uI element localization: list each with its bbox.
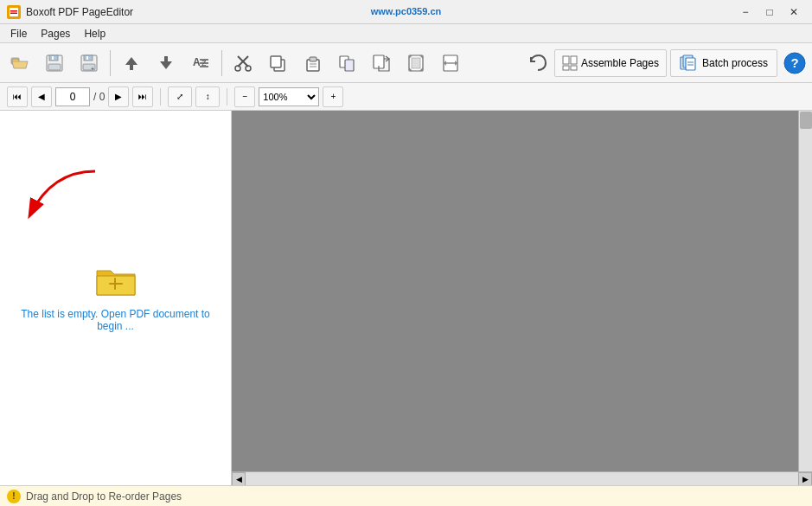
close-button[interactable]: ✕: [783, 3, 805, 22]
horizontal-scrollbar[interactable]: ◀ ▶: [232, 471, 812, 485]
app-title: Boxoft PDF PageEditor: [26, 6, 734, 18]
svg-rect-7: [52, 56, 54, 60]
fit-page-nav-button[interactable]: ⤢: [168, 86, 192, 107]
svg-marker-15: [160, 61, 172, 69]
assemble-pages-button[interactable]: Assemble Pages: [554, 49, 667, 77]
help-icon: ?: [783, 52, 806, 74]
status-warning-icon: !: [7, 490, 21, 503]
help-button[interactable]: ?: [781, 49, 809, 77]
svg-rect-52: [114, 278, 116, 290]
page-number-input[interactable]: [55, 87, 90, 106]
last-page-button[interactable]: ⏭: [132, 86, 153, 107]
main-area: The list is empty. Open PDF document to …: [0, 111, 812, 485]
extract-button[interactable]: [365, 47, 398, 80]
fit-page-button[interactable]: [400, 47, 432, 80]
svg-rect-36: [412, 58, 420, 68]
menu-bar: File Pages Help: [0, 24, 812, 43]
fit-width-button[interactable]: [434, 47, 467, 80]
copy-button[interactable]: [261, 47, 294, 80]
toolbar-right: Assemble Pages Batch process ?: [523, 49, 809, 77]
maximize-button[interactable]: □: [758, 3, 781, 22]
window-controls: − □ ✕: [734, 3, 805, 22]
svg-text:+: +: [91, 66, 94, 72]
undo-button[interactable]: [523, 49, 551, 77]
vertical-scrollbar[interactable]: [798, 111, 812, 471]
toolbar: + A Z: [0, 43, 812, 83]
cut-button[interactable]: [227, 47, 259, 80]
assemble-pages-label: Assemble Pages: [581, 57, 659, 69]
svg-rect-27: [271, 56, 281, 67]
batch-icon: [680, 54, 697, 72]
menu-pages[interactable]: Pages: [34, 26, 77, 42]
nav-separator-1: [160, 88, 161, 106]
scroll-right-button[interactable]: ▶: [798, 472, 812, 486]
svg-rect-42: [571, 66, 577, 70]
svg-rect-6: [48, 64, 61, 70]
menu-help[interactable]: Help: [77, 26, 112, 42]
zoom-select[interactable]: 50% 75% 100% 125% 150%: [259, 87, 319, 106]
svg-rect-39: [563, 56, 569, 64]
status-bar: ! Drag and Drop to Re-order Pages: [0, 485, 812, 506]
fit-height-nav-button[interactable]: ↕: [195, 86, 220, 107]
move-down-button[interactable]: [150, 47, 182, 80]
prev-page-button[interactable]: ◀: [31, 86, 52, 107]
pdf-view-area: ◀ ▶: [232, 111, 812, 485]
move-up-button[interactable]: [115, 47, 148, 80]
first-page-button[interactable]: ⏮: [7, 86, 28, 107]
svg-rect-1: [10, 10, 17, 12]
svg-rect-11: [86, 56, 88, 60]
app-icon: [7, 5, 21, 19]
svg-text:A: A: [193, 56, 201, 68]
empty-state-text: The list is empty. Open PDF document to …: [0, 308, 231, 332]
nav-bar: ⏮ ◀ / 0 ▶ ⏭ ⤢ ↕ − 50% 75% 100% 125% 150%…: [0, 83, 812, 111]
scroll-left-button[interactable]: ◀: [232, 472, 246, 486]
empty-folder-icon: [95, 264, 137, 301]
svg-rect-33: [345, 60, 354, 71]
minimize-button[interactable]: −: [734, 3, 757, 22]
svg-rect-14: [130, 65, 133, 70]
title-bar: Boxoft PDF PageEditor www.pc0359.cn − □ …: [0, 0, 812, 24]
next-page-button[interactable]: ▶: [108, 86, 129, 107]
scrollbar-thumb-vertical[interactable]: [800, 112, 812, 129]
save-as-button[interactable]: +: [73, 47, 105, 80]
zoom-out-button[interactable]: −: [234, 86, 255, 107]
left-panel: The list is empty. Open PDF document to …: [0, 111, 232, 485]
svg-text:?: ?: [790, 55, 798, 70]
svg-rect-45: [686, 58, 695, 70]
toolbar-separator-1: [110, 50, 111, 76]
svg-rect-16: [164, 56, 168, 61]
arrow-indicator: [26, 163, 112, 234]
assemble-icon: [562, 55, 578, 71]
svg-marker-13: [125, 57, 137, 65]
total-pages: / 0: [93, 91, 105, 103]
svg-rect-41: [563, 66, 569, 70]
batch-process-button[interactable]: Batch process: [670, 49, 777, 77]
zoom-in-button[interactable]: +: [323, 86, 343, 107]
toolbar-separator-2: [221, 50, 222, 76]
save-button[interactable]: [38, 47, 71, 80]
svg-rect-40: [571, 56, 577, 64]
sort-button[interactable]: A Z: [184, 47, 217, 80]
copy-page-button[interactable]: [330, 47, 363, 80]
open-button[interactable]: [3, 47, 36, 80]
status-text: Drag and Drop to Re-order Pages: [26, 490, 182, 503]
svg-rect-0: [10, 8, 18, 16]
paste-button[interactable]: [296, 47, 329, 80]
nav-separator-2: [227, 88, 227, 106]
menu-file[interactable]: File: [3, 26, 34, 42]
batch-process-label: Batch process: [702, 57, 768, 69]
svg-rect-2: [10, 12, 17, 14]
svg-rect-29: [310, 57, 316, 61]
